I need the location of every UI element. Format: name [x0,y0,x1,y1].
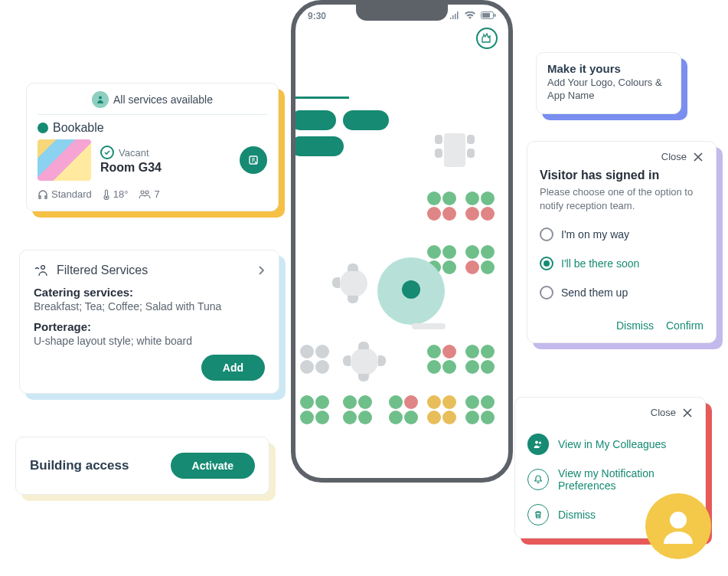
visitor-card: Close Visitor has signed in Please choos… [527,141,717,343]
desk-cluster[interactable] [389,395,419,424]
svg-rect-2 [495,14,496,17]
trash-icon [527,504,549,525]
visitor-option-2[interactable]: Send them up [540,286,704,299]
visitor-title: Visitor has signed in [540,169,704,182]
phone-frame: 9:30 [291,0,513,483]
svg-point-10 [539,441,541,443]
visitor-option-0[interactable]: I'm on my way [540,227,704,241]
desk-cluster[interactable] [427,345,458,374]
wifi-icon [465,11,475,19]
svg-point-3 [99,97,102,100]
user-avatar[interactable] [645,493,711,559]
legend-dot [38,123,48,133]
svg-point-11 [670,512,687,529]
battery-icon [481,11,496,19]
porterage-label: Porterage: [34,320,265,333]
visitor-confirm[interactable]: Confirm [666,319,704,332]
chair [358,342,369,349]
chair [343,355,351,366]
svg-rect-1 [482,13,490,18]
miy-title: Make it yours [547,62,670,75]
person-icon [658,506,699,547]
make-it-yours-card: Make it yours Add Your Logo, Colours & A… [536,52,681,114]
chevron-right-icon[interactable] [257,265,265,276]
close-icon [693,152,704,162]
phone-time: 9:30 [308,11,326,21]
room-row[interactable]: Vacant Room G34 [38,139,267,181]
skyline-icon [482,33,492,44]
round-table-center [402,280,420,299]
services-header-text: All services available [113,93,213,106]
desk-cluster[interactable] [465,395,496,424]
room-name: Room G34 [100,161,230,175]
colleagues-icon [527,434,549,455]
phone-tab-indicator [291,97,349,99]
view-preferences[interactable]: View my Notification Preferences [527,467,693,492]
svg-point-6 [141,191,144,194]
option-label: I'm on my way [561,228,629,241]
item-label: Dismiss [558,509,596,521]
option-label: Send them up [561,286,628,299]
close-label: Close [651,407,676,418]
radio-icon [540,286,553,299]
desk-cluster[interactable] [427,395,458,424]
chair [332,277,340,288]
desk-cluster[interactable] [300,395,331,424]
services-header: All services available [38,91,267,115]
item-label: View in My Colleagues [558,438,666,450]
catering-label: Catering services: [34,286,265,299]
activate-button[interactable]: Activate [171,453,255,479]
capacity: 7 [139,188,159,200]
meta-capacity-label: 7 [154,188,159,200]
desk-cluster[interactable] [465,345,496,374]
room-thumbnail [38,139,91,181]
chair [435,149,442,158]
close-label: Close [661,151,687,162]
option-label: I'll be there soon [561,257,639,270]
radio-icon [540,257,553,270]
porterage-body: U-shape layout style; white board [34,335,265,347]
visitor-dismiss[interactable]: Dismiss [616,319,654,332]
item-label: View my Notification Preferences [558,467,693,492]
legend-label: Bookable [53,121,104,135]
chair [378,355,386,366]
filtered-services-card: Filtered Services Catering services: Bre… [19,250,279,394]
bell-icon [527,469,549,490]
desk-cluster[interactable] [465,191,496,221]
chair [348,263,358,271]
temperature: 18° [103,188,129,200]
meta-temp-label: 18° [113,188,129,200]
miy-subtitle: Add Your Logo, Colours & App Name [547,77,670,103]
svg-point-9 [535,441,538,444]
floor-map[interactable] [305,127,499,466]
room-edit-button[interactable] [240,146,267,174]
close-icon [682,407,693,418]
visitor-close[interactable]: Close [540,151,704,162]
svg-point-5 [105,196,107,198]
desk-cluster[interactable] [427,191,458,221]
phone-profile-avatar[interactable] [476,28,498,49]
radio-icon [540,227,553,241]
filtered-title: Filtered Services [57,263,148,277]
bookable-legend: Bookable [38,121,267,135]
meta-standard-label: Standard [51,188,92,200]
services-badge-icon [92,91,109,108]
thermometer-icon [103,189,110,200]
desk-cluster [300,345,331,374]
small-table [351,348,378,375]
chair [435,135,442,144]
visitor-sub: Please choose one of the option to notif… [540,185,704,212]
view-colleagues[interactable]: View in My Colleagues [527,434,693,455]
room-status: Vacant [100,146,230,159]
catering-body: Breakfast; Tea; Coffee; Salad with Tuna [34,300,265,313]
headphones-icon [38,189,48,200]
desk-cluster[interactable] [465,245,496,274]
people-icon [139,189,151,200]
signal-icon [449,11,459,19]
building-access-title: Building access [30,458,129,473]
notif-close[interactable]: Close [527,407,693,418]
visitor-option-1[interactable]: I'll be there soon [540,257,704,270]
phone-status-icons [446,11,496,21]
desk-cluster[interactable] [343,395,374,424]
add-button[interactable]: Add [201,355,265,381]
